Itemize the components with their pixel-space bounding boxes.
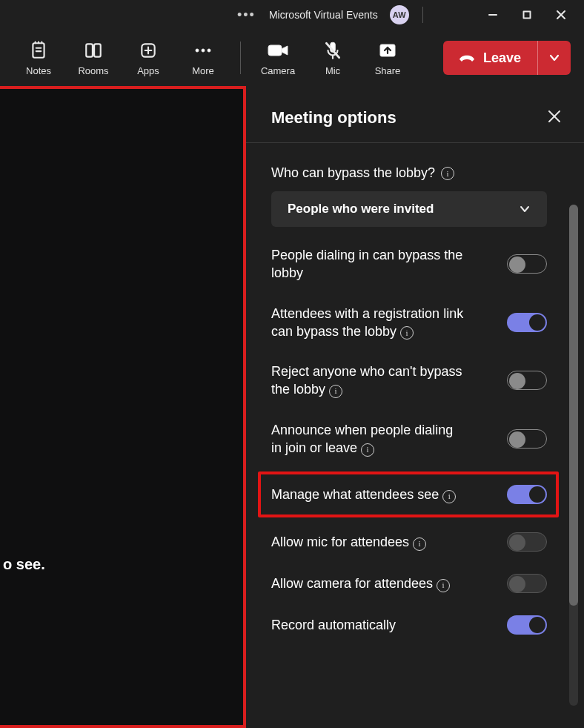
leave-button-group: Leave [443, 41, 571, 75]
option-record-auto: Record automatically [271, 615, 547, 635]
rooms-icon [84, 40, 103, 61]
toggle-registration-bypass[interactable] [507, 313, 547, 332]
maximize-button[interactable] [510, 0, 544, 30]
panel-title: Meeting options [271, 108, 396, 128]
option-label: Allow mic for attendees [271, 535, 409, 549]
svg-rect-10 [86, 44, 93, 56]
leave-button[interactable]: Leave [443, 50, 537, 66]
divider [240, 42, 241, 74]
rooms-label: Rooms [78, 65, 108, 76]
toolbar: Notes Rooms Apps More Camera Mic [0, 30, 584, 86]
option-label: Record automatically [271, 618, 396, 632]
toggle-manage-attendees[interactable] [507, 485, 547, 504]
info-icon[interactable]: i [413, 537, 426, 551]
lobby-dropdown-value: People who were invited [288, 202, 434, 216]
more-label: More [192, 65, 214, 76]
option-announce-dialin: Announce when people dialing in join or … [271, 421, 547, 457]
rooms-button[interactable]: Rooms [68, 40, 119, 76]
share-label: Share [375, 65, 401, 76]
scrollbar-thumb[interactable] [569, 205, 578, 606]
svg-point-16 [202, 49, 205, 52]
option-label: Allow camera for attendees [271, 576, 433, 591]
toggle-announce-dialin[interactable] [507, 429, 547, 449]
hangup-icon [458, 52, 476, 64]
option-label: People dialing in can bypass the lobby [271, 248, 462, 280]
apps-label: Apps [137, 65, 159, 76]
svg-rect-11 [94, 44, 101, 56]
apps-icon [139, 40, 158, 61]
toggle-reject-nonbypass[interactable] [507, 371, 547, 390]
option-dialin-bypass: People dialing in can bypass the lobby [271, 246, 547, 282]
option-allow-mic: Allow mic for attendees i [271, 532, 547, 552]
toggle-allow-mic[interactable] [507, 532, 547, 552]
svg-point-17 [208, 49, 210, 52]
lobby-dropdown[interactable]: People who were invited [271, 191, 547, 227]
panel-body: Who can bypass the lobby? i People who w… [246, 143, 584, 728]
info-icon[interactable]: i [441, 167, 454, 180]
leave-menu-button[interactable] [538, 41, 571, 75]
app-title: Microsoft Virtual Events [269, 9, 378, 21]
toggle-record-auto[interactable] [507, 615, 547, 635]
info-icon[interactable]: i [329, 385, 342, 398]
info-icon[interactable]: i [437, 579, 450, 592]
option-allow-camera: Allow camera for attendees i [271, 574, 547, 593]
info-icon[interactable]: i [442, 490, 456, 503]
option-label: Reject anyone who can't bypass the lobby [271, 364, 462, 397]
chevron-down-icon [548, 52, 560, 64]
svg-rect-1 [524, 12, 531, 19]
more-icon [193, 40, 213, 61]
meeting-options-panel: Meeting options Who can bypass the lobby… [246, 86, 584, 728]
info-icon[interactable]: i [361, 443, 374, 457]
option-manage-attendees: Manage what attendees see i [271, 485, 547, 504]
apps-button[interactable]: Apps [123, 40, 173, 76]
option-registration-bypass: Attendees with a registration link can b… [271, 305, 547, 341]
avatar[interactable]: AW [390, 5, 409, 24]
scrollbar-track[interactable] [569, 205, 578, 706]
info-icon[interactable]: i [400, 326, 414, 340]
meeting-stage: o see. [0, 86, 246, 728]
chevron-down-icon [519, 203, 531, 215]
mic-button[interactable]: Mic [308, 40, 358, 76]
option-label: Attendees with a registration link can b… [271, 306, 463, 339]
notes-button[interactable]: Notes [13, 40, 64, 76]
option-label: Manage what attendees see [271, 487, 439, 502]
overflow-icon[interactable]: ••• [237, 7, 256, 23]
option-reject-nonbypass: Reject anyone who can't bypass the lobby… [271, 363, 547, 399]
svg-point-15 [196, 49, 199, 52]
notes-label: Notes [26, 65, 51, 76]
notes-icon [29, 40, 48, 61]
stage-partial-text: o see. [3, 556, 45, 573]
lobby-label-row: Who can bypass the lobby? i [271, 165, 547, 181]
more-button[interactable]: More [178, 40, 228, 76]
minimize-button[interactable] [476, 0, 510, 30]
share-button[interactable]: Share [362, 40, 413, 76]
share-icon [378, 40, 397, 61]
camera-label: Camera [261, 65, 295, 76]
mic-label: Mic [325, 65, 340, 76]
close-panel-button[interactable] [547, 109, 562, 127]
svg-rect-18 [268, 45, 282, 56]
titlebar: ••• Microsoft Virtual Events AW [0, 0, 584, 30]
close-icon [547, 109, 562, 124]
close-window-button[interactable] [544, 0, 578, 30]
highlight-manage-attendees: Manage what attendees see i [258, 471, 559, 517]
toggle-dialin-bypass[interactable] [507, 254, 547, 274]
camera-icon [267, 40, 289, 61]
toggle-allow-camera[interactable] [507, 574, 547, 593]
mic-muted-icon [323, 40, 342, 61]
divider [422, 7, 423, 23]
leave-label: Leave [483, 50, 521, 66]
camera-button[interactable]: Camera [253, 40, 303, 76]
lobby-label: Who can bypass the lobby? [271, 165, 435, 181]
main: o see. Meeting options Who can bypass th… [0, 86, 584, 728]
